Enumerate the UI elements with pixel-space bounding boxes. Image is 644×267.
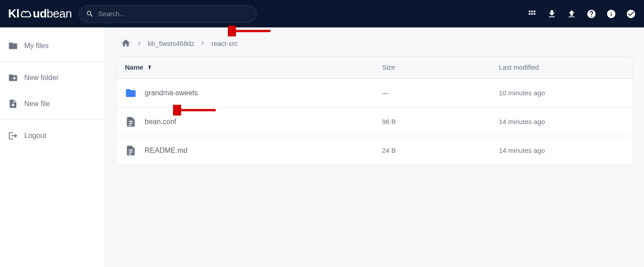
sidebar-item-label: New folder — [24, 74, 58, 82]
table-row[interactable]: bean.conf 96 B 14 minutes ago — [117, 107, 633, 136]
row-modified: 14 minutes ago — [499, 147, 625, 154]
file-icon — [125, 116, 137, 128]
main-content: kb_5wsts468dz react-src Name Size Last m… — [106, 27, 644, 267]
row-modified: 14 minutes ago — [499, 118, 625, 125]
upload-icon[interactable] — [567, 9, 577, 19]
sidebar-item-logout[interactable]: Logout — [0, 123, 105, 149]
add-file-icon — [8, 99, 18, 109]
breadcrumb-link[interactable]: kb_5wsts468dz — [148, 40, 194, 47]
table-row[interactable]: grandma-sweets — 10 minutes ago — [117, 78, 633, 107]
table-row[interactable]: README.md 24 B 14 minutes ago — [117, 136, 633, 165]
annotation-arrow — [228, 26, 273, 36]
sidebar-item-new-file[interactable]: New file — [0, 91, 105, 117]
col-header-name[interactable]: Name — [125, 63, 382, 71]
row-name: bean.conf — [145, 118, 176, 126]
topbar: Kl udbean — [0, 0, 644, 27]
check-circle-icon[interactable] — [626, 9, 636, 19]
sidebar: My files New folder New file Logout — [0, 27, 106, 267]
logout-icon — [8, 131, 18, 141]
row-name: grandma-sweets — [145, 89, 198, 97]
chevron-right-icon — [199, 39, 207, 47]
row-size: — — [382, 89, 499, 97]
row-name: README.md — [145, 147, 187, 155]
brand-text: ud — [33, 7, 47, 21]
search-icon — [86, 10, 94, 18]
search-box[interactable] — [79, 5, 257, 23]
table-header: Name Size Last modified — [117, 57, 633, 78]
topbar-actions — [527, 9, 636, 19]
download-icon[interactable] — [547, 9, 557, 19]
file-icon — [125, 145, 137, 156]
sidebar-item-new-folder[interactable]: New folder — [0, 65, 105, 91]
add-folder-icon — [8, 73, 18, 83]
search-input[interactable] — [98, 10, 250, 18]
brand-text: bean — [47, 7, 72, 21]
brand-logo[interactable]: Kl udbean — [8, 7, 72, 21]
folder-icon — [8, 41, 18, 51]
row-modified: 10 minutes ago — [499, 89, 625, 97]
sidebar-item-label: My files — [24, 42, 49, 50]
breadcrumb: kb_5wsts468dz react-src — [116, 36, 633, 56]
grid-icon[interactable] — [527, 9, 537, 19]
folder-icon — [125, 87, 137, 99]
sidebar-item-label: New file — [24, 100, 50, 108]
col-header-size[interactable]: Size — [382, 63, 499, 71]
brand-text: Kl — [8, 7, 19, 21]
sidebar-item-label: Logout — [24, 132, 46, 140]
cloud-icon — [20, 9, 32, 18]
chevron-right-icon — [135, 39, 143, 47]
file-table: Name Size Last modified grandma-sweets —… — [116, 56, 633, 165]
row-size: 96 B — [382, 118, 499, 125]
help-icon[interactable] — [586, 9, 596, 19]
col-header-modified[interactable]: Last modified — [499, 63, 625, 71]
sidebar-item-my-files[interactable]: My files — [0, 33, 105, 59]
row-size: 24 B — [382, 147, 499, 154]
home-icon[interactable] — [121, 38, 131, 48]
info-icon[interactable] — [606, 9, 616, 19]
breadcrumb-current[interactable]: react-src — [211, 40, 237, 47]
sort-asc-icon — [146, 64, 153, 71]
